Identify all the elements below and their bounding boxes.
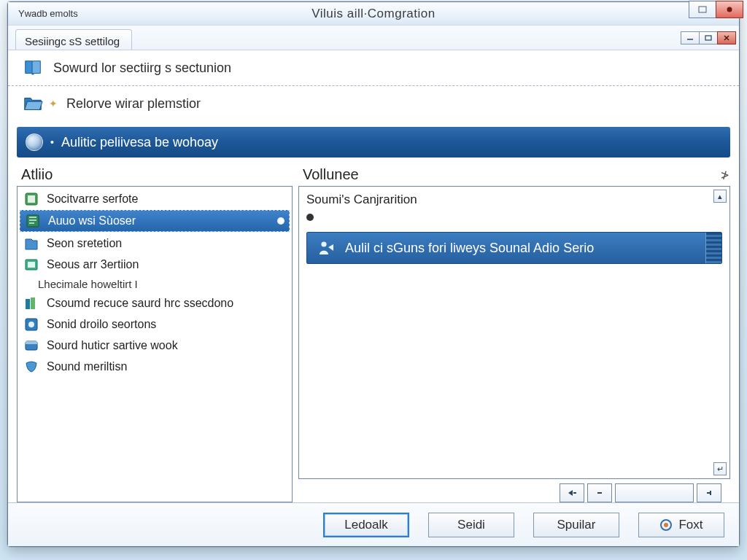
tabstrip: Sesiingc sS settilog: [8, 26, 739, 50]
primary-action-label: Ledoalk: [344, 518, 388, 532]
dialog-footer: Ledoalk Seidi Spuilar Foxt: [8, 502, 739, 546]
svg-rect-11: [26, 299, 30, 309]
close-button[interactable]: [716, 1, 743, 18]
list-item-icon: [23, 191, 39, 207]
detail-toolbar: [298, 483, 721, 502]
svg-point-16: [321, 241, 326, 246]
list-item-icon: [23, 295, 39, 311]
bullet-icon: [306, 214, 314, 221]
app-label: Ywadb emolts: [18, 8, 78, 19]
list-item[interactable]: Lhecimale howeltirt I: [19, 275, 290, 292]
list-item-label: Lhecimale howeltirt I: [38, 278, 138, 290]
sec-minimize-button[interactable]: [681, 31, 700, 44]
svg-rect-10: [28, 262, 35, 268]
secondary-button-2[interactable]: Spuilar: [533, 513, 619, 537]
section-banner: • Aulitic peliivesa be wohoay: [17, 127, 730, 158]
list-item-icon: [23, 338, 39, 354]
titlebar-left: Ywadb emolts: [8, 8, 78, 19]
last-button-label: Foxt: [678, 518, 703, 532]
list-item[interactable]: Csoumd recuce saurd hrc ssecdono: [19, 292, 290, 314]
collapse-icon[interactable]: ≯: [721, 167, 729, 182]
titlebar: Ywadb emolts Viluis aill·Comgration: [8, 2, 739, 26]
list-item-icon: [23, 236, 39, 252]
list-item-label: Sound meriltisn: [47, 360, 127, 373]
svg-rect-19: [710, 491, 711, 495]
list-item-label: Auuo wsi Sùoser: [48, 214, 136, 228]
sec-maximize-button[interactable]: [699, 31, 718, 44]
book-icon: [21, 56, 44, 79]
header-row-sound[interactable]: Sowurd lor sectiirg s sectunion: [8, 50, 739, 86]
list-item-icon: [23, 316, 39, 332]
header-row-restore-label: Relorve wirar plemstior: [66, 96, 201, 112]
list-item-label: Seon sretetion: [47, 237, 122, 250]
window-controls: [689, 1, 743, 18]
list-item-label: Socitvarre serfote: [47, 192, 138, 206]
svg-point-3: [727, 7, 732, 12]
sec-close-button[interactable]: [717, 31, 736, 44]
secondary-button-1[interactable]: Seidi: [428, 513, 514, 537]
circle-icon: [659, 518, 673, 532]
selected-device-label: Aulil ci sGuns fori liweys Sounal Adio S…: [345, 241, 594, 256]
scroll-up-icon[interactable]: ▴: [713, 190, 727, 203]
svg-rect-5: [705, 36, 711, 40]
svg-rect-17: [573, 492, 576, 494]
svg-rect-12: [31, 298, 35, 309]
last-button[interactable]: Foxt: [638, 513, 724, 537]
tab-settings[interactable]: Sesiingc sS settilog: [15, 29, 132, 50]
stop-item-button[interactable]: [587, 483, 612, 502]
section-banner-label: Aulitic peliivesa be wohoay: [61, 135, 218, 150]
primary-action-button[interactable]: Ledoalk: [323, 513, 409, 537]
svg-rect-18: [597, 492, 602, 494]
list-item[interactable]: Seon sretetion: [19, 233, 290, 254]
svg-rect-2: [699, 7, 706, 12]
detail-panel: ▴ Soumi's Canjrarition Aulil ci sGuns fo…: [298, 186, 730, 479]
list-item-icon: [23, 257, 39, 273]
scroll-down-icon[interactable]: ↵: [713, 462, 727, 475]
minimize-button[interactable]: [689, 1, 716, 18]
person-icon: [317, 239, 335, 257]
list-item[interactable]: Sourd huticr sartive wook: [19, 335, 290, 356]
header-row-sound-label: Sowurd lor sectiirg s sectunion: [53, 61, 231, 76]
list-item-icon: [25, 213, 41, 229]
header-row-restore[interactable]: ✦ Relorve wirar plemstior: [8, 86, 739, 121]
globe-icon: [26, 133, 43, 151]
secondary-button-1-label: Seidi: [457, 518, 485, 532]
config-window: Ywadb emolts Viluis aill·Comgration: [7, 1, 740, 547]
list-item-label: Sourd huticr sartive wook: [47, 339, 178, 352]
list-item-label: Seous arr 3ertiion: [47, 258, 139, 271]
secondary-window-controls: [681, 31, 736, 44]
window-title: Viluis aill·Comgration: [8, 7, 739, 21]
svg-rect-7: [28, 195, 35, 203]
next-item-button[interactable]: [697, 483, 721, 502]
slider-placeholder[interactable]: [615, 483, 694, 502]
secondary-button-2-label: Spuilar: [557, 518, 596, 532]
tab-settings-label: Sesiingc sS settilog: [25, 35, 120, 47]
selected-device[interactable]: Aulil ci sGuns fori liweys Sounal Adio S…: [306, 232, 722, 264]
list-item[interactable]: Socitvarre serfote: [19, 188, 290, 209]
list-item[interactable]: Sound meriltisn: [19, 356, 290, 377]
list-item[interactable]: Auuo wsi Sùoser: [20, 210, 290, 232]
list-item[interactable]: Sonid droilo seortons: [19, 314, 290, 335]
grip-icon: [705, 233, 721, 263]
list-item[interactable]: Seous arr 3ertiion: [19, 254, 290, 275]
prev-item-button[interactable]: [560, 483, 584, 502]
category-list[interactable]: Socitvarre serfoteAuuo wsi SùoserSeon sr…: [17, 186, 293, 502]
svg-point-22: [664, 523, 668, 527]
detail-subtitle: Soumi's Canjrarition: [306, 192, 722, 207]
list-item-label: Csoumd recuce saurd hrc ssecdono: [47, 297, 233, 310]
folder-icon: [21, 92, 44, 115]
right-column-header-label: Vollunee: [303, 166, 359, 183]
left-column-header-label: Atliio: [21, 166, 53, 183]
list-item-label: Sonid droilo seortons: [47, 318, 156, 331]
left-column-header: Atliio: [17, 165, 293, 186]
sparkle-icon: ✦: [49, 98, 58, 109]
right-column-header: Vollunee ≯: [298, 165, 730, 186]
svg-rect-20: [707, 492, 710, 494]
list-item-icon: [23, 359, 39, 375]
svg-rect-15: [26, 341, 37, 344]
